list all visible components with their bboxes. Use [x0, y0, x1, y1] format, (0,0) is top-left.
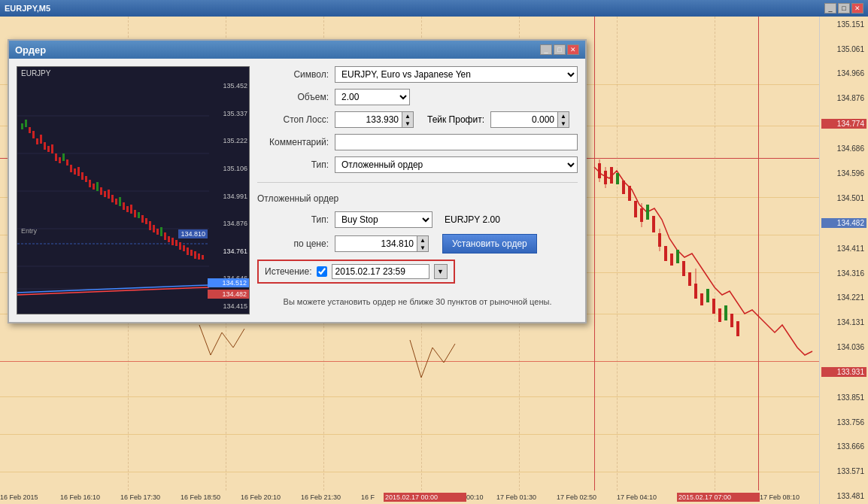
svg-rect-21: [724, 305, 727, 320]
price-134221: 134.221: [821, 293, 866, 302]
entry-label: Entry: [21, 227, 37, 235]
pending-type-label: Тип:: [257, 214, 329, 225]
dialog-title-bar: Ордер _ □ ✕: [9, 41, 585, 59]
svg-rect-71: [149, 221, 151, 230]
svg-rect-37: [21, 123, 23, 129]
svg-rect-41: [36, 138, 38, 144]
price-133481: 133.481: [821, 492, 866, 500]
svg-rect-18: [706, 289, 709, 302]
set-order-button[interactable]: Установить ордер: [442, 234, 537, 254]
svg-rect-59: [104, 191, 106, 197]
take-profit-up[interactable]: ▲: [558, 112, 569, 120]
svg-rect-20: [718, 308, 721, 322]
svg-rect-78: [175, 240, 178, 246]
type-row: Тип: Отложенный ордер: [257, 156, 578, 173]
svg-rect-22: [730, 314, 733, 327]
volume-label: Объем:: [257, 92, 329, 102]
price-bar-blue: 134.512: [208, 278, 249, 287]
stop-loss-input[interactable]: [335, 111, 402, 128]
price-134316: 134.316: [821, 269, 866, 278]
take-profit-label: Тейк Профит:: [427, 114, 484, 125]
price-134774: 134.774: [821, 119, 866, 129]
svg-rect-75: [164, 232, 166, 240]
mini-price-3: 135.222: [209, 137, 247, 144]
svg-rect-48: [62, 153, 65, 161]
svg-rect-13: [676, 250, 679, 263]
sl-tp-row: Стоп Лосс: ▲ ▼ Тейк Профит: ▲ ▼: [257, 111, 578, 128]
time-0810: 17 Feb 08:10: [760, 493, 820, 501]
close-button[interactable]: ✕: [851, 3, 863, 14]
svg-rect-12: [670, 254, 673, 266]
mini-price-4: 135.106: [209, 165, 247, 172]
price-134501: 134.501: [821, 194, 866, 202]
minimize-button[interactable]: _: [824, 3, 836, 14]
price-up[interactable]: ▲: [417, 236, 428, 244]
dialog-close-button[interactable]: ✕: [567, 44, 579, 55]
dialog-maximize-button[interactable]: □: [554, 44, 566, 55]
svg-rect-8: [646, 205, 649, 220]
mini-price-5: 134.991: [209, 193, 247, 200]
price-133931: 133.931: [821, 367, 866, 377]
time-16feb: 16 Feb 2015: [0, 493, 60, 501]
maximize-button[interactable]: □: [838, 3, 850, 14]
svg-rect-74: [160, 227, 162, 236]
time-17feb-00: 2015.02.17 00:00: [384, 493, 466, 502]
take-profit-group: ▲ ▼: [490, 111, 569, 128]
expiry-dropdown-button[interactable]: ▼: [434, 264, 448, 279]
time-16f: 16 F: [361, 493, 384, 501]
time-0410: 17 Feb 04:10: [617, 493, 677, 501]
info-text: Вы можете установить ордер не ближе 30 п…: [257, 297, 578, 306]
symbol-select[interactable]: EURJPY, Euro vs Japanese Yen: [335, 66, 578, 83]
app-title: EURJPY,M5: [5, 4, 50, 13]
form-area: Символ: EURJPY, Euro vs Japanese Yen Объ…: [257, 66, 578, 314]
svg-rect-15: [688, 272, 691, 286]
comment-input[interactable]: [335, 134, 578, 150]
pending-type-select[interactable]: Buy Stop: [335, 211, 432, 228]
time-scale: 16 Feb 2015 16 Feb 16:10 16 Feb 17:30 16…: [0, 490, 820, 504]
svg-rect-3: [616, 173, 619, 184]
take-profit-down[interactable]: ▼: [558, 120, 569, 127]
svg-rect-77: [171, 238, 174, 245]
svg-rect-45: [51, 144, 53, 153]
price-133571: 133.571: [821, 467, 866, 475]
svg-rect-61: [111, 195, 114, 202]
dialog-minimize-button[interactable]: _: [540, 44, 552, 55]
dialog-body: EURJPY: [9, 59, 585, 322]
take-profit-input[interactable]: [490, 111, 558, 128]
title-bar: EURJPY,M5 _ □ ✕: [0, 0, 868, 17]
expiry-checkbox[interactable]: [317, 266, 327, 277]
svg-rect-50: [70, 165, 72, 172]
svg-rect-68: [138, 212, 140, 218]
svg-rect-52: [77, 167, 80, 176]
svg-rect-44: [47, 146, 50, 152]
svg-rect-73: [156, 229, 159, 235]
svg-rect-47: [59, 157, 61, 163]
svg-rect-81: [187, 247, 189, 255]
svg-rect-64: [123, 202, 125, 210]
price-134876: 134.876: [821, 94, 866, 102]
stop-loss-up[interactable]: ▲: [402, 112, 413, 120]
price-row: по цене: ▲ ▼ Установить ордер: [257, 234, 578, 254]
time-1850: 16 Feb 18:50: [181, 493, 241, 501]
type-label: Тип:: [257, 159, 329, 170]
stop-loss-spinner: ▲ ▼: [402, 111, 414, 128]
price-group: ▲ ▼: [335, 235, 429, 252]
volume-row: Объем: 2.00: [257, 89, 578, 105]
svg-rect-83: [194, 251, 196, 259]
volume-select[interactable]: 2.00: [335, 89, 410, 105]
svg-rect-5: [628, 186, 631, 201]
svg-rect-82: [190, 250, 193, 256]
svg-rect-46: [55, 153, 57, 161]
price-134596: 134.596: [821, 169, 866, 178]
price-down[interactable]: ▼: [417, 244, 428, 251]
time-1730: 16 Feb 17:30: [120, 493, 181, 501]
time-0250: 17 Feb 02:50: [557, 493, 617, 501]
stop-loss-down[interactable]: ▼: [402, 120, 413, 127]
price-spinner: ▲ ▼: [417, 235, 429, 252]
type-select[interactable]: Отложенный ордер: [335, 156, 578, 173]
price-input[interactable]: [335, 235, 417, 252]
expiry-input[interactable]: [332, 264, 429, 279]
mini-price-6: 134.876: [209, 220, 247, 227]
expiry-row: Истечение: ▼: [257, 260, 578, 284]
svg-rect-49: [66, 159, 68, 165]
